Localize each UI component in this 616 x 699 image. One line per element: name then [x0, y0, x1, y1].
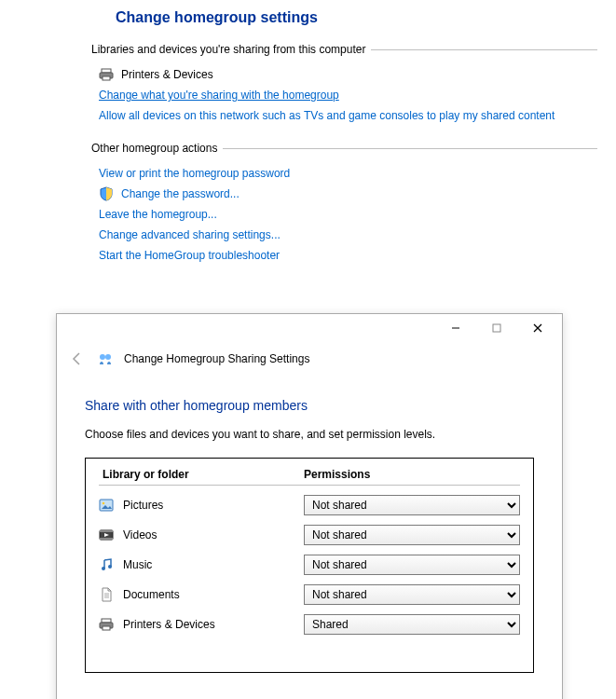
documents-label: Documents: [123, 588, 304, 601]
sharing-group-legend: Libraries and devices you're sharing fro…: [91, 43, 371, 56]
svg-point-8: [105, 354, 111, 360]
pictures-label: Pictures: [123, 499, 304, 512]
music-label: Music: [123, 558, 304, 571]
dialog-header: Change Homegroup Sharing Settings: [57, 342, 562, 383]
homegroup-icon: [98, 351, 113, 366]
change-password-link[interactable]: Change the password...: [121, 186, 240, 201]
printers-permission-select[interactable]: SharedNot shared: [304, 614, 520, 635]
documents-icon: [99, 587, 114, 602]
dialog-footer: Next Cancel: [57, 692, 562, 699]
share-table-header: Library or folder Permissions: [99, 468, 520, 486]
view-password-link[interactable]: View or print the homegroup password: [99, 166, 290, 181]
svg-rect-23: [103, 626, 110, 630]
advanced-sharing-row: Change advanced sharing settings...: [99, 227, 597, 242]
dialog-heading: Share with other homegroup members: [85, 398, 534, 413]
pictures-icon: [99, 498, 114, 513]
music-icon: [99, 557, 114, 572]
leave-homegroup-row: Leave the homegroup...: [99, 207, 597, 222]
change-password-row: Change the password...: [99, 186, 597, 201]
titlebar: [57, 314, 562, 342]
back-button[interactable]: [68, 350, 87, 368]
printer-icon: [99, 617, 114, 632]
maximize-button[interactable]: [476, 315, 517, 341]
videos-label: Videos: [123, 528, 304, 541]
printers-devices-label: Printers & Devices: [121, 67, 213, 82]
printer-icon: [99, 67, 114, 82]
svg-point-16: [108, 565, 112, 569]
page-title: Change homegroup settings: [116, 9, 597, 26]
col-library-header: Library or folder: [99, 468, 304, 481]
svg-point-10: [103, 502, 105, 505]
dialog-instruction: Choose files and devices you want to sha…: [85, 428, 534, 441]
share-row-printers: Printers & Devices SharedNot shared: [99, 614, 520, 635]
share-table: Library or folder Permissions Pictures S…: [85, 458, 534, 673]
pictures-permission-select[interactable]: SharedNot shared: [304, 495, 520, 515]
svg-rect-21: [102, 619, 111, 623]
actions-group-legend: Other homegroup actions: [91, 142, 223, 155]
share-row-documents: Documents SharedNot shared: [99, 584, 520, 605]
homegroup-settings-page: Change homegroup settings Libraries and …: [0, 0, 616, 309]
share-row-videos: Videos SharedNot shared: [99, 525, 520, 545]
allow-devices-link[interactable]: Allow all devices on this network such a…: [99, 108, 554, 123]
sharing-dialog: Change Homegroup Sharing Settings Share …: [56, 313, 563, 699]
svg-rect-4: [493, 324, 500, 332]
svg-point-7: [100, 354, 105, 360]
close-button[interactable]: [517, 315, 558, 341]
videos-permission-select[interactable]: SharedNot shared: [304, 525, 520, 545]
music-permission-select[interactable]: SharedNot shared: [304, 555, 520, 575]
svg-rect-0: [102, 69, 111, 73]
videos-icon: [99, 528, 114, 542]
printers-label: Printers & Devices: [123, 618, 304, 631]
printers-devices-row: Printers & Devices: [99, 67, 597, 82]
change-sharing-link[interactable]: Change what you're sharing with the home…: [99, 88, 339, 103]
col-permissions-header: Permissions: [304, 468, 520, 481]
svg-rect-12: [100, 530, 113, 532]
change-sharing-row: Change what you're sharing with the home…: [99, 88, 597, 103]
troubleshooter-link[interactable]: Start the HomeGroup troubleshooter: [99, 248, 280, 263]
sharing-group: Libraries and devices you're sharing fro…: [91, 43, 597, 132]
allow-devices-row: Allow all devices on this network such a…: [99, 108, 597, 123]
dialog-body: Share with other homegroup members Choos…: [57, 383, 562, 692]
share-row-pictures: Pictures SharedNot shared: [99, 495, 520, 515]
documents-permission-select[interactable]: SharedNot shared: [304, 584, 520, 605]
share-row-music: Music SharedNot shared: [99, 555, 520, 575]
dialog-title: Change Homegroup Sharing Settings: [124, 352, 309, 365]
actions-group: Other homegroup actions View or print th…: [91, 142, 597, 272]
troubleshooter-row: Start the HomeGroup troubleshooter: [99, 248, 597, 263]
view-password-row: View or print the homegroup password: [99, 166, 597, 181]
svg-rect-2: [103, 76, 110, 80]
svg-rect-9: [100, 500, 113, 511]
shield-icon: [99, 186, 114, 201]
minimize-button[interactable]: [435, 315, 476, 341]
svg-rect-13: [100, 538, 113, 540]
leave-homegroup-link[interactable]: Leave the homegroup...: [99, 207, 217, 222]
advanced-sharing-link[interactable]: Change advanced sharing settings...: [99, 227, 281, 242]
